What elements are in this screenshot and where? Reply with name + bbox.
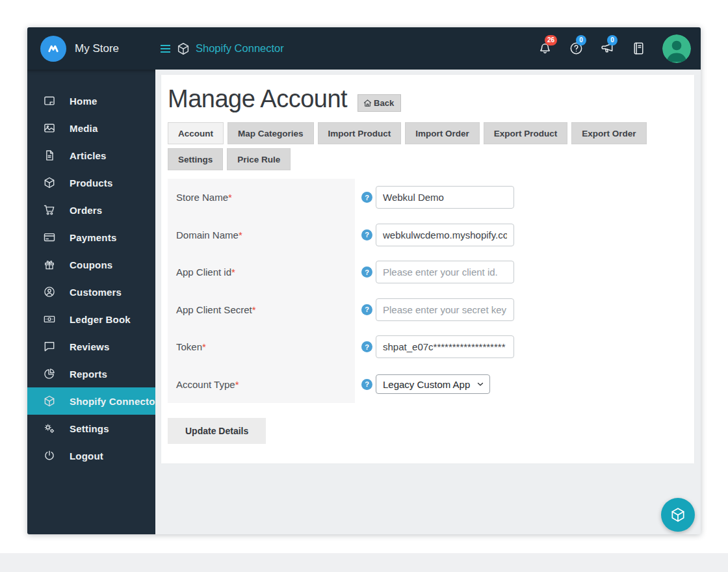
sidebar-item-orders[interactable]: Orders	[27, 196, 155, 224]
cube-icon	[670, 506, 686, 523]
field-help-icon[interactable]: ?	[361, 341, 372, 352]
bell-icon[interactable]: 26	[538, 41, 552, 56]
chevron-down-icon	[476, 380, 484, 388]
field-help-icon[interactable]: ?	[361, 192, 372, 203]
reviews-icon	[43, 340, 56, 353]
tab-map-categories[interactable]: Map Categories	[228, 122, 314, 144]
connector-icon	[43, 395, 56, 408]
sidebar-item-customers[interactable]: Customers	[27, 278, 155, 306]
media-icon	[43, 122, 56, 135]
logo-block: My Store	[27, 36, 155, 62]
field-help-icon[interactable]: ?	[361, 229, 372, 240]
tab-bar: Account Map Categories Import Product Im…	[168, 122, 662, 170]
content-area: Manage Account Back Account Map Categori…	[155, 70, 701, 534]
sidebar-item-coupons[interactable]: Coupons	[27, 251, 155, 278]
form-row-account-type: Account Type * ? Legacy Custom App	[168, 366, 688, 404]
home-back-icon	[363, 98, 372, 108]
connector-fab-button[interactable]	[661, 498, 695, 532]
field-help-icon[interactable]: ?	[361, 266, 372, 278]
tab-export-product[interactable]: Export Product	[484, 122, 568, 144]
form-row-app-client-secret: App Client Secret* ?	[168, 291, 688, 329]
app-window: My Store Shopify Connector 26 0 0 Home M…	[27, 27, 701, 534]
top-header: My Store Shopify Connector 26 0 0	[27, 27, 701, 70]
field-help-icon[interactable]: ?	[361, 379, 372, 390]
articles-icon	[43, 149, 56, 162]
app-client-secretinput[interactable]	[376, 298, 514, 321]
logout-icon	[43, 449, 56, 462]
module-block: Shopify Connector	[155, 42, 284, 56]
coupons-icon	[43, 258, 56, 271]
settings-icon	[43, 422, 56, 435]
reports-icon	[43, 367, 56, 380]
tab-account[interactable]: Account	[168, 122, 224, 144]
store-nameinput[interactable]	[376, 186, 514, 209]
ledger-icon	[43, 313, 56, 326]
tokeninput[interactable]	[376, 335, 514, 358]
form-row-token: Token * ?	[168, 328, 688, 366]
field-help-icon[interactable]: ?	[361, 304, 372, 315]
book-icon[interactable]	[631, 41, 646, 56]
sidebar-item-logout[interactable]: Logout	[27, 442, 155, 469]
sidebar-item-reviews[interactable]: Reviews	[27, 333, 155, 360]
account-form: Store Name * ? Domain Name * ? App Clien…	[168, 179, 688, 403]
sidebar-item-articles[interactable]: Articles	[27, 142, 155, 169]
customers-icon	[43, 285, 56, 298]
sidebar-item-media[interactable]: Media	[27, 114, 155, 142]
megaphone-icon[interactable]: 0	[600, 41, 615, 56]
app-client-idinput[interactable]	[376, 261, 514, 283]
sidebar-item-settings[interactable]: Settings	[27, 415, 155, 442]
account-typeselect[interactable]: Legacy Custom App	[376, 374, 490, 394]
sidebar-item-payments[interactable]: Payments	[27, 224, 155, 251]
orders-icon	[43, 203, 56, 216]
sidebar-item-reports[interactable]: Reports	[27, 360, 155, 387]
back-button-label: Back	[374, 98, 394, 108]
notification-badge: 0	[576, 35, 586, 46]
home-icon	[43, 94, 56, 107]
sidebar-item-products[interactable]: Products	[27, 169, 155, 196]
page-title: Manage Account	[168, 85, 347, 113]
tab-import-product[interactable]: Import Product	[318, 122, 402, 144]
form-row-app-client-id: App Client id * ?	[168, 254, 688, 291]
page-bottom-bar	[0, 553, 728, 572]
sidebar-item-shopify-connector[interactable]: Shopify Connector	[27, 387, 155, 415]
title-row: Manage Account Back	[168, 85, 688, 113]
products-icon	[43, 176, 56, 189]
notification-badge: 26	[545, 35, 557, 46]
tab-settings[interactable]: Settings	[168, 148, 223, 170]
store-name: My Store	[75, 42, 119, 55]
cube-icon	[176, 42, 190, 56]
domain-nameinput[interactable]	[376, 224, 514, 246]
menu-toggle-icon[interactable]	[161, 45, 170, 53]
module-title: Shopify Connector	[196, 42, 284, 55]
help-icon[interactable]: 0	[569, 41, 584, 56]
user-avatar[interactable]	[662, 34, 691, 63]
manage-account-card: Manage Account Back Account Map Categori…	[161, 75, 694, 463]
payments-icon	[43, 231, 56, 244]
notification-badge: 0	[607, 35, 618, 46]
form-row-domain-name: Domain Name * ?	[168, 216, 688, 254]
select-value: Legacy Custom App	[383, 379, 470, 390]
form-row-store-name: Store Name * ?	[168, 179, 688, 216]
sidebar-item-home[interactable]: Home	[27, 87, 155, 114]
tab-import-order[interactable]: Import Order	[405, 122, 480, 144]
sidebar-nav: Home Media Articles Products Orders Paym…	[27, 70, 155, 534]
sidebar-item-ledger-book[interactable]: Ledger Book	[27, 306, 155, 333]
webkul-logo-icon	[40, 36, 66, 62]
header-actions: 26 0 0	[538, 34, 701, 63]
tab-price-rule[interactable]: Price Rule	[227, 148, 291, 170]
tab-export-order[interactable]: Export Order	[571, 122, 646, 144]
back-button[interactable]: Back	[358, 94, 401, 112]
update-details-button[interactable]: Update Details	[168, 418, 266, 444]
